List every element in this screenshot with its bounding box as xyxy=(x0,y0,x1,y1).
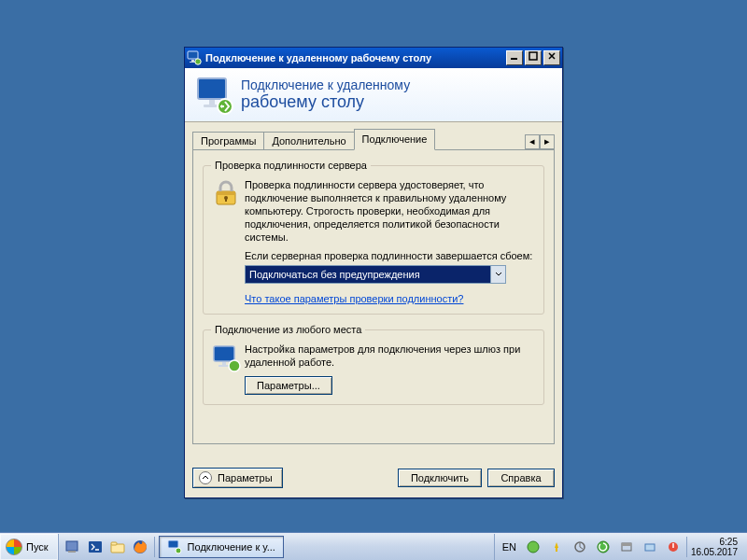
svg-point-9 xyxy=(218,99,233,114)
taskbar-item-label: Подключение к у... xyxy=(188,541,275,553)
ql-server-manager-icon[interactable] xyxy=(63,537,83,557)
windows-logo-icon xyxy=(6,539,22,555)
window-icon xyxy=(187,50,202,65)
svg-rect-14 xyxy=(214,346,234,361)
taskbar-item-rdp[interactable]: Подключение к у... xyxy=(159,536,284,558)
group-server-auth: Проверка подлинности сервера Проверка по… xyxy=(203,160,544,315)
svg-rect-4 xyxy=(511,58,517,60)
tray-icon-5[interactable] xyxy=(616,537,637,557)
help-button[interactable]: Справка xyxy=(487,469,555,487)
svg-rect-32 xyxy=(645,544,655,551)
tray-icon-2[interactable] xyxy=(546,537,567,557)
svg-rect-31 xyxy=(622,543,631,546)
svg-point-3 xyxy=(195,59,201,64)
group-connect-anywhere-legend: Подключение из любого места xyxy=(211,324,365,335)
auth-fail-label: Если серверная проверка подлинности заве… xyxy=(245,249,536,262)
dialog-footer: Параметры Подключить Справка xyxy=(192,468,555,488)
banner-line2: рабочему столу xyxy=(241,92,410,112)
svg-rect-19 xyxy=(68,551,76,553)
svg-rect-22 xyxy=(111,542,117,545)
banner-line1: Подключение к удаленному xyxy=(241,77,410,92)
auth-help-link[interactable]: Что такое параметры проверки подлинности… xyxy=(245,293,463,304)
tab-programs[interactable]: Программы xyxy=(192,132,264,150)
taskbar: Пуск Подключение к у... EN 6:25 16.05.20… xyxy=(0,532,747,560)
tab-connection[interactable]: Подключение xyxy=(354,129,436,150)
ql-firefox-icon[interactable] xyxy=(130,537,150,557)
ql-explorer-icon[interactable] xyxy=(107,537,128,557)
svg-rect-15 xyxy=(222,362,226,365)
svg-point-26 xyxy=(528,541,539,553)
tray-icon-3[interactable] xyxy=(570,537,590,557)
group-server-auth-legend: Проверка подлинности сервера xyxy=(211,160,371,171)
svg-rect-5 xyxy=(529,52,537,60)
rdp-dialog: Подключение к удаленному рабочему столу … xyxy=(184,47,563,498)
chevron-down-icon xyxy=(490,266,505,283)
ql-powershell-icon[interactable] xyxy=(85,537,106,557)
titlebar[interactable]: Подключение к удаленному рабочему столу xyxy=(185,48,562,68)
group-connect-anywhere: Подключение из любого места Настройка па… xyxy=(203,324,544,405)
clock[interactable]: 6:25 16.05.2017 xyxy=(686,537,743,557)
svg-rect-18 xyxy=(66,541,78,551)
svg-rect-16 xyxy=(218,365,230,367)
tabstrip: Программы Дополнительно Подключение ◂ ▸ xyxy=(185,122,562,149)
connect-button[interactable]: Подключить xyxy=(398,469,482,487)
svg-point-25 xyxy=(176,548,181,553)
svg-rect-6 xyxy=(198,78,226,99)
start-button[interactable]: Пуск xyxy=(0,534,59,560)
rdp-icon xyxy=(194,76,233,115)
tabscroll-left[interactable]: ◂ xyxy=(525,134,540,149)
options-toggle-label: Параметры xyxy=(218,472,273,483)
window-title: Подключение к удаленному рабочему столу xyxy=(205,52,506,63)
tray-icon-6[interactable] xyxy=(640,537,660,557)
svg-rect-7 xyxy=(209,100,215,105)
auth-description: Проверка подлинности сервера удостоверяе… xyxy=(245,178,536,244)
options-toggle-button[interactable]: Параметры xyxy=(192,468,283,488)
tabscroll-right[interactable]: ▸ xyxy=(540,134,555,149)
maximize-button[interactable] xyxy=(525,50,542,65)
tab-panel: Проверка подлинности сервера Проверка по… xyxy=(192,149,555,444)
tray-icon-4[interactable] xyxy=(593,537,613,557)
chevron-up-icon xyxy=(199,471,212,484)
lock-icon xyxy=(211,178,245,304)
system-tray: EN 6:25 16.05.2017 xyxy=(494,534,747,560)
gateway-icon xyxy=(211,343,245,395)
clock-date: 16.05.2017 xyxy=(691,547,738,557)
banner: Подключение к удаленному рабочему столу xyxy=(185,68,562,122)
svg-rect-1 xyxy=(191,60,194,62)
auth-fail-value: Подключаться без предупреждения xyxy=(246,266,490,283)
language-indicator[interactable]: EN xyxy=(499,541,520,553)
quick-launch xyxy=(59,537,155,557)
auth-fail-select[interactable]: Подключаться без предупреждения xyxy=(245,265,506,284)
tab-advanced[interactable]: Дополнительно xyxy=(263,132,354,150)
svg-rect-13 xyxy=(225,198,227,202)
tray-icon-7[interactable] xyxy=(663,537,684,557)
gateway-settings-button[interactable]: Параметры... xyxy=(245,376,332,395)
svg-rect-0 xyxy=(188,51,198,59)
gateway-description: Настройка параметров для подключения чер… xyxy=(245,343,536,369)
rdp-small-icon xyxy=(167,539,182,554)
minimize-button[interactable] xyxy=(506,50,523,65)
svg-point-17 xyxy=(229,360,240,371)
svg-rect-11 xyxy=(217,191,235,195)
svg-rect-27 xyxy=(556,548,557,552)
start-label: Пуск xyxy=(26,541,49,553)
tray-icon-1[interactable] xyxy=(523,537,543,557)
svg-rect-24 xyxy=(168,540,178,548)
close-button[interactable] xyxy=(543,50,560,65)
svg-rect-20 xyxy=(89,541,102,553)
clock-time: 6:25 xyxy=(691,537,738,547)
